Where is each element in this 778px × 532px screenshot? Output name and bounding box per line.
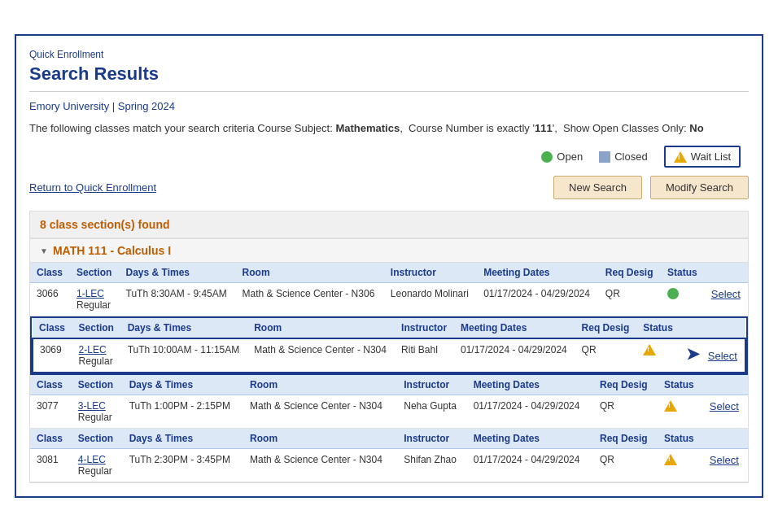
col-header <box>703 375 748 395</box>
status-waitlist-icon <box>643 344 656 355</box>
section-link[interactable]: 4-LEC <box>78 454 106 465</box>
select-cell[interactable]: Select <box>705 283 748 316</box>
col-header: Days & Times <box>120 263 236 283</box>
col-header <box>680 318 745 338</box>
instructor: Shifan Zhao <box>397 449 466 482</box>
breadcrumb: Quick Enrollment <box>29 49 749 60</box>
new-search-button[interactable]: New Search <box>553 176 642 199</box>
instructor: Leonardo Molinari <box>384 283 477 316</box>
page-title: Search Results <box>29 63 749 92</box>
col-header: Days & Times <box>123 429 243 449</box>
instructor: Riti Bahl <box>395 338 454 373</box>
room: Math & Science Center - N304 <box>243 449 397 482</box>
col-header: Section <box>72 375 123 395</box>
col-header: Req Desig <box>599 263 661 283</box>
col-header: Class <box>30 263 70 283</box>
status-cell <box>658 449 703 482</box>
col-header: Section <box>70 263 120 283</box>
select-cell[interactable]: Select <box>703 395 748 429</box>
institution-term: Emory University | Spring 2024 <box>29 100 749 112</box>
section-type: Regular <box>78 412 112 423</box>
req-desig: QR <box>599 283 661 316</box>
col-header: Instructor <box>384 263 477 283</box>
status-cell <box>661 283 705 316</box>
col-header: Req Desig <box>593 429 658 449</box>
col-header <box>705 263 748 283</box>
main-container: Quick Enrollment Search Results Emory Un… <box>15 34 763 499</box>
table-row: 3081 4-LEC Regular TuTh 2:30PM - 3:45PM … <box>30 449 748 482</box>
waitlist-icon <box>674 151 687 163</box>
course-title-row: ▼ MATH 111 - Calculus I <box>30 239 748 263</box>
col-header <box>703 429 748 449</box>
select-button[interactable]: Select <box>710 400 739 412</box>
legend-bar: Open Closed Wait List <box>29 146 749 168</box>
section-cell: 1-LEC Regular <box>70 283 120 316</box>
col-header: Req Desig <box>575 318 637 338</box>
closed-icon <box>599 151 610 163</box>
meeting-dates: 01/17/2024 - 04/29/2024 <box>477 283 599 316</box>
open-icon <box>541 151 553 163</box>
col-header: Meeting Dates <box>477 263 599 283</box>
col-header: Meeting Dates <box>467 429 593 449</box>
buttons-group: New Search Modify Search <box>553 176 749 199</box>
status-waitlist-icon <box>664 400 677 412</box>
closed-label: Closed <box>614 150 647 163</box>
req-desig: QR <box>593 395 658 429</box>
status-open-icon <box>667 288 679 299</box>
days-times: TuTh 1:00PM - 2:15PM <box>123 395 243 429</box>
waitlist-label: Wait List <box>691 150 731 163</box>
status-cell <box>636 338 680 373</box>
status-cell <box>658 395 703 429</box>
select-cell[interactable]: ➤ Select <box>680 338 745 373</box>
section-cell: 3-LEC Regular <box>72 395 123 429</box>
col-header: Days & Times <box>123 375 243 395</box>
course-group: ▼ MATH 111 - Calculus I ClassSectionDays… <box>29 238 749 483</box>
select-cell[interactable]: Select <box>703 449 748 482</box>
collapse-icon[interactable]: ▼ <box>40 246 48 255</box>
meeting-dates: 01/17/2024 - 04/29/2024 <box>454 338 575 373</box>
col-header: Instructor <box>397 429 466 449</box>
results-header: 8 class section(s) found <box>29 211 749 238</box>
col-header: Req Desig <box>593 375 658 395</box>
days-times: TuTh 8:30AM - 9:45AM <box>120 283 236 316</box>
col-header: Meeting Dates <box>467 375 593 395</box>
section-link[interactable]: 1-LEC <box>76 288 104 299</box>
meeting-dates: 01/17/2024 - 04/29/2024 <box>467 395 593 429</box>
col-header: Status <box>636 318 680 338</box>
legend-closed: Closed <box>599 150 647 163</box>
class-num: 3066 <box>30 283 70 316</box>
col-header: Status <box>658 375 703 395</box>
table-row: 3077 3-LEC Regular TuTh 1:00PM - 2:15PM … <box>30 395 748 429</box>
room: Math & Science Center - N304 <box>243 395 397 429</box>
select-button[interactable]: Select <box>708 350 737 362</box>
class-num: 3081 <box>30 449 72 482</box>
col-header: Section <box>72 318 121 338</box>
class-num: 3077 <box>30 395 72 429</box>
table-row: 3066 1-LEC Regular TuTh 8:30AM - 9:45AM … <box>30 283 748 316</box>
col-header: Status <box>658 429 703 449</box>
modify-search-button[interactable]: Modify Search <box>650 176 749 199</box>
col-header: Days & Times <box>121 318 248 338</box>
room: Math & Science Center - N304 <box>247 338 395 373</box>
col-header: Room <box>243 429 397 449</box>
col-header: Section <box>72 429 123 449</box>
room: Math & Science Center - N306 <box>236 283 384 316</box>
course-title: MATH 111 - Calculus I <box>53 244 171 257</box>
col-header: Class <box>33 318 72 338</box>
col-header: Room <box>247 318 395 338</box>
meeting-dates: 01/17/2024 - 04/29/2024 <box>467 449 593 482</box>
legend-open: Open <box>541 150 583 163</box>
select-button[interactable]: Select <box>710 454 739 466</box>
return-link[interactable]: Return to Quick Enrollment <box>29 181 156 194</box>
days-times: TuTh 10:00AM - 11:15AM <box>121 338 248 373</box>
sections-wrapper: ClassSectionDays & TimesRoomInstructorMe… <box>30 263 748 482</box>
section-link[interactable]: 3-LEC <box>78 400 106 412</box>
col-header: Meeting Dates <box>454 318 575 338</box>
col-header: Instructor <box>397 375 466 395</box>
section-type: Regular <box>76 299 111 311</box>
days-times: TuTh 2:30PM - 3:45PM <box>123 449 243 482</box>
table-row: 3069 2-LEC Regular TuTh 10:00AM - 11:15A… <box>33 338 745 373</box>
select-button[interactable]: Select <box>711 288 741 300</box>
status-waitlist-icon <box>664 454 677 465</box>
section-link[interactable]: 2-LEC <box>79 344 107 355</box>
